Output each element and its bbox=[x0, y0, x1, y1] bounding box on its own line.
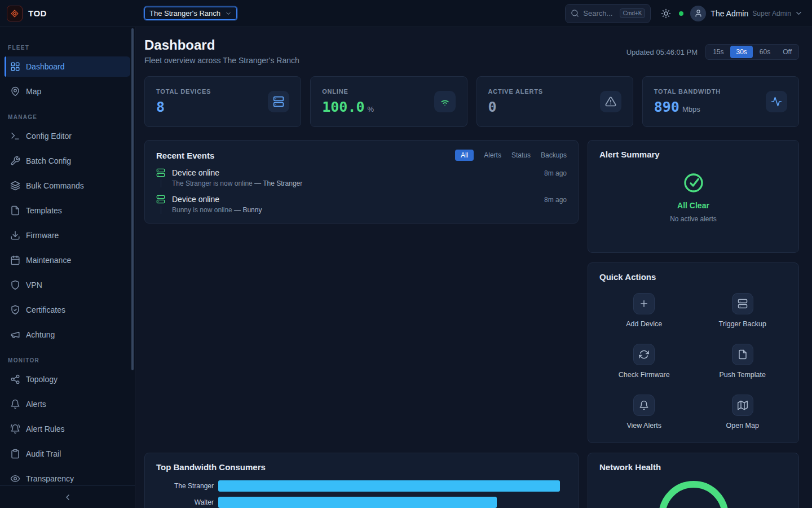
refresh-15s-button[interactable]: 15s bbox=[707, 46, 729, 58]
sidebar-item-vpn[interactable]: VPN bbox=[5, 275, 130, 295]
user-menu[interactable]: The Admin Super Admin bbox=[690, 6, 803, 21]
sidebar-item-label: Map bbox=[26, 87, 41, 96]
activity-icon bbox=[766, 91, 787, 112]
sidebar-item-label: Audit Trail bbox=[26, 449, 61, 458]
search-shortcut-badge: Cmd+K bbox=[620, 8, 646, 18]
refresh-60s-button[interactable]: 60s bbox=[754, 46, 776, 58]
sidebar-item-maintenance[interactable]: Maintenance bbox=[5, 250, 130, 270]
shield-icon bbox=[10, 280, 20, 290]
tab-backups[interactable]: Backups bbox=[541, 151, 567, 159]
bell-icon bbox=[10, 399, 20, 409]
bandwidth-chart-title: Top Bandwidth Consumers bbox=[156, 462, 567, 472]
sidebar-item-firmware[interactable]: Firmware bbox=[5, 225, 130, 246]
quick-action-label: Open Map bbox=[726, 422, 759, 430]
refresh-interval-segmented: 15s 30s 60s Off bbox=[705, 44, 799, 60]
stat-label: ONLINE bbox=[322, 88, 374, 95]
sidebar-item-templates[interactable]: Templates bbox=[5, 200, 130, 221]
tab-all[interactable]: All bbox=[455, 150, 474, 161]
sidebar-item-batch-config[interactable]: Batch Config bbox=[5, 151, 130, 171]
event-description: Bunny is now online bbox=[172, 206, 232, 214]
layers-icon bbox=[10, 181, 20, 191]
sidebar-item-label: Dashboard bbox=[26, 62, 65, 71]
sidebar-item-label: Achtung bbox=[26, 330, 55, 339]
sidebar-item-certificates[interactable]: Certificates bbox=[5, 300, 130, 320]
sidebar-item-bulk-commands[interactable]: Bulk Commands bbox=[5, 176, 130, 196]
user-icon bbox=[694, 9, 703, 17]
event-title: Device online bbox=[172, 168, 219, 177]
event-row: Device online 8m ago Bunny is now online… bbox=[156, 195, 567, 214]
stat-active-alerts: ACTIVE ALERTS 0 bbox=[476, 76, 633, 127]
network-health-title: Network Health bbox=[599, 462, 787, 472]
sidebar-section-manage: MANAGE bbox=[8, 114, 130, 120]
bell-icon bbox=[633, 395, 655, 416]
event-device: — Bunny bbox=[234, 206, 262, 214]
stat-online: ONLINE 100.0 % bbox=[310, 76, 467, 127]
quick-action-label: Add Device bbox=[626, 320, 662, 328]
alert-triangle-icon bbox=[600, 91, 621, 112]
refresh-off-button[interactable]: Off bbox=[777, 46, 797, 58]
bandwidth-chart: The Stranger Walter bbox=[156, 480, 567, 508]
view-alerts-button[interactable]: View Alerts bbox=[599, 395, 689, 430]
sidebar-item-label: Templates bbox=[26, 206, 62, 215]
alert-summary-card: Alert Summary All Clear No active alerts bbox=[588, 140, 799, 253]
sidebar-item-map[interactable]: Map bbox=[5, 81, 130, 102]
tab-status[interactable]: Status bbox=[511, 151, 531, 159]
sidebar-scrollbar[interactable] bbox=[131, 28, 134, 370]
check-circle-icon bbox=[682, 172, 705, 194]
quick-actions-title: Quick Actions bbox=[599, 272, 787, 282]
page-title: Dashboard bbox=[144, 37, 299, 53]
push-template-button[interactable]: Push Template bbox=[698, 344, 788, 379]
server-icon bbox=[268, 91, 289, 112]
sidebar-item-alert-rules[interactable]: Alert Rules bbox=[5, 419, 130, 439]
refresh-icon bbox=[633, 344, 655, 365]
sidebar-collapse-button[interactable] bbox=[63, 493, 72, 502]
sidebar-item-audit-trail[interactable]: Audit Trail bbox=[5, 444, 130, 464]
search-icon bbox=[571, 9, 579, 17]
stat-label: TOTAL BANDWIDTH bbox=[654, 88, 721, 95]
server-icon bbox=[156, 168, 165, 177]
sidebar-item-label: VPN bbox=[26, 281, 42, 290]
refresh-30s-button[interactable]: 30s bbox=[730, 46, 752, 58]
fleet-selector[interactable]: The Stranger's Ranch bbox=[144, 7, 237, 20]
sidebar-item-config-editor[interactable]: Config Editor bbox=[5, 126, 130, 146]
tab-alerts[interactable]: Alerts bbox=[484, 151, 501, 159]
add-device-button[interactable]: Add Device bbox=[599, 293, 689, 328]
terminal-icon bbox=[10, 131, 20, 141]
chevron-down-icon bbox=[795, 9, 803, 17]
wifi-icon bbox=[434, 91, 456, 112]
search-box[interactable]: Cmd+K bbox=[565, 4, 651, 23]
sidebar-item-topology[interactable]: Topology bbox=[5, 369, 130, 389]
check-firmware-button[interactable]: Check Firmware bbox=[599, 344, 689, 379]
timeline-connector bbox=[161, 206, 161, 214]
app-logo-icon bbox=[7, 6, 23, 21]
open-map-button[interactable]: Open Map bbox=[698, 395, 788, 430]
bandwidth-bar bbox=[218, 480, 560, 492]
alert-summary-note: No active alerts bbox=[670, 215, 717, 223]
alert-summary-status: All Clear bbox=[677, 201, 709, 210]
stat-value: 0 bbox=[488, 99, 497, 115]
quick-actions-card: Quick Actions Add Device Tri bbox=[588, 262, 799, 443]
search-input[interactable] bbox=[583, 9, 615, 17]
sidebar-item-alerts[interactable]: Alerts bbox=[5, 394, 130, 414]
event-time: 8m ago bbox=[544, 196, 567, 204]
sidebar-item-label: Batch Config bbox=[26, 156, 71, 165]
recent-events-card: Recent Events All Alerts Status Backups bbox=[144, 140, 579, 224]
sidebar-item-label: Topology bbox=[26, 375, 58, 384]
brand: TOD bbox=[0, 6, 135, 21]
sidebar-item-achtung[interactable]: Achtung bbox=[5, 325, 130, 345]
sidebar-item-label: Transparency bbox=[26, 474, 74, 483]
quick-action-label: View Alerts bbox=[626, 422, 661, 430]
event-title: Device online bbox=[172, 195, 219, 204]
trigger-backup-button[interactable]: Trigger Backup bbox=[698, 293, 788, 328]
quick-action-label: Push Template bbox=[720, 371, 766, 379]
timeline-connector bbox=[161, 179, 161, 187]
stat-total-devices: TOTAL DEVICES 8 bbox=[144, 76, 301, 127]
page-header: Dashboard Fleet overview across The Stra… bbox=[144, 37, 799, 65]
sidebar-item-label: Alert Rules bbox=[26, 424, 64, 433]
dashboard-grid: Recent Events All Alerts Status Backups bbox=[144, 140, 799, 507]
sidebar-item-dashboard[interactable]: Dashboard bbox=[5, 56, 130, 77]
fleet-selector-value: The Stranger's Ranch bbox=[149, 9, 220, 17]
theme-toggle-button[interactable] bbox=[661, 8, 671, 19]
clipboard-icon bbox=[10, 449, 20, 459]
stat-label: ACTIVE ALERTS bbox=[488, 88, 543, 95]
